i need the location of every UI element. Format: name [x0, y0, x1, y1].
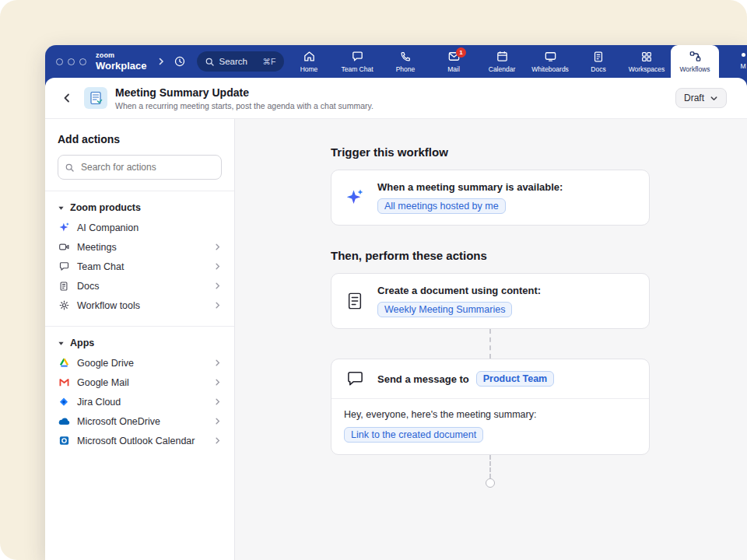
workflows-icon [689, 50, 702, 63]
document-icon [344, 292, 366, 310]
nav-tabs: Home Team Chat Phone 1 [285, 45, 747, 78]
divider [45, 326, 234, 327]
nav-tab-more[interactable]: M [719, 45, 747, 78]
speech-bubble-icon [344, 370, 366, 387]
main-content-panel: Meeting Summary Update When a recurring … [45, 78, 747, 560]
back-button[interactable] [61, 92, 73, 104]
top-navigation-bar: zoom Workplace Search ⌘F [45, 45, 747, 78]
sidebar-item-ai-companion[interactable]: AI Companion [58, 218, 222, 237]
actions-search[interactable] [58, 155, 222, 180]
chevron-right-icon [213, 359, 222, 367]
window-controls[interactable] [56, 58, 86, 65]
nav-tab-home[interactable]: Home [285, 45, 333, 78]
flow-end-node[interactable] [486, 478, 495, 488]
search-shortcut: ⌘F [263, 57, 276, 66]
trigger-card[interactable]: When a meeting summary is available: All… [331, 170, 650, 226]
jira-icon [58, 396, 70, 408]
chevron-right-icon [213, 243, 222, 251]
draft-status-label: Draft [684, 93, 704, 103]
workflow-thumbnail-icon [84, 87, 107, 109]
video-camera-icon [58, 241, 70, 254]
trigger-scope-tag[interactable]: All meetings hosted by me [377, 198, 506, 214]
workflow-subtitle: When a recurring meeting starts, post th… [115, 101, 374, 110]
actions-search-input[interactable] [79, 161, 215, 173]
sidebar-item-microsoft-outlook-calendar[interactable]: Microsoft Outlook Calendar [58, 431, 222, 450]
actions-sidebar: Add actions Zoom products [45, 119, 235, 560]
sidebar-item-docs[interactable]: Docs [58, 276, 222, 296]
status-dot [742, 53, 745, 57]
zoom-workplace-window: zoom Workplace Search ⌘F [45, 45, 747, 560]
divider [45, 191, 234, 191]
window-close-button[interactable] [56, 58, 63, 65]
mail-badge: 1 [456, 47, 466, 58]
chat-icon [58, 261, 70, 273]
create-document-action-card[interactable]: Create a document using content: Weekly … [331, 273, 650, 329]
nav-tab-workflows[interactable]: Workflows [671, 45, 719, 78]
chevron-down-icon [710, 94, 718, 103]
create-document-text: Create a document using content: [377, 285, 541, 296]
message-link-tag[interactable]: Link to the created document [344, 427, 483, 443]
search-icon [65, 163, 75, 173]
calendar-icon [496, 50, 509, 63]
sidebar-item-jira-cloud[interactable]: Jira Cloud [58, 392, 222, 411]
actions-heading: Then, perform these actions [331, 249, 650, 262]
window-minimize-button[interactable] [68, 58, 75, 65]
window-zoom-button[interactable] [79, 58, 86, 65]
sidebar-item-workflow-tools[interactable]: Workflow tools [58, 296, 222, 315]
search-icon [205, 57, 215, 67]
trigger-heading: Trigger this workflow [331, 145, 650, 159]
nav-tab-team-chat[interactable]: Team Chat [333, 45, 381, 78]
phone-icon [399, 50, 412, 63]
document-content-tag[interactable]: Weekly Meeting Summaries [377, 302, 512, 317]
sidebar-item-team-chat[interactable]: Team Chat [58, 257, 222, 276]
connector-dashed-line [489, 455, 491, 478]
workflow-canvas: Trigger this workflow When a meeting sum… [235, 119, 747, 560]
document-icon [58, 280, 70, 292]
message-body-text: Hey, everyone, here's the meeting summar… [344, 409, 637, 420]
chevron-right-icon [213, 417, 222, 425]
chevron-right-icon [213, 301, 222, 310]
nav-tab-workspaces[interactable]: Workspaces [622, 45, 671, 78]
chevron-right-icon [213, 282, 222, 290]
nav-tab-docs[interactable]: Docs [574, 45, 622, 78]
gear-icon [58, 299, 70, 312]
sidebar-item-google-mail[interactable]: Google Mail [58, 373, 222, 392]
triangle-down-icon [58, 205, 65, 212]
sidebar-item-google-drive[interactable]: Google Drive [58, 353, 222, 373]
section-zoom-products[interactable]: Zoom products [58, 202, 222, 213]
search-label: Search [219, 57, 258, 66]
section-apps[interactable]: Apps [58, 338, 222, 348]
chevron-right-icon [213, 262, 222, 271]
workspaces-icon [640, 50, 653, 63]
message-recipient-tag[interactable]: Product Team [476, 371, 554, 387]
history-icon[interactable] [174, 55, 186, 68]
sidebar-item-microsoft-onedrive[interactable]: Microsoft OneDrive [58, 411, 222, 431]
triangle-down-icon [58, 340, 65, 347]
connector-dashed-line [489, 329, 491, 359]
chevron-right-icon [213, 436, 222, 445]
ai-companion-sparkle-icon [58, 222, 70, 234]
nav-tab-phone[interactable]: Phone [381, 45, 430, 78]
sidebar-item-meetings[interactable]: Meetings [58, 237, 222, 257]
whiteboard-icon [544, 50, 557, 63]
nav-tab-calendar[interactable]: Calendar [478, 45, 526, 78]
send-message-text: Send a message to [377, 373, 469, 385]
global-search[interactable]: Search ⌘F [197, 51, 284, 72]
gmail-icon [58, 376, 70, 389]
docs-icon [592, 50, 605, 63]
ai-sparkle-icon [344, 187, 366, 208]
nav-tab-mail[interactable]: 1 Mail [430, 45, 478, 78]
nav-tab-whiteboards[interactable]: Whiteboards [526, 45, 574, 78]
desktop-background: zoom Workplace Search ⌘F [0, 0, 747, 560]
chevron-right-icon [213, 397, 222, 406]
chat-icon [351, 50, 364, 63]
outlook-calendar-icon [58, 435, 70, 447]
send-message-action-card[interactable]: Send a message to Product Team Hey, ever… [331, 359, 650, 455]
workflow-title: Meeting Summary Update [115, 86, 374, 99]
draft-status-dropdown[interactable]: Draft [675, 88, 727, 108]
workflow-header: Meeting Summary Update When a recurring … [45, 78, 747, 119]
onedrive-cloud-icon [58, 415, 70, 428]
google-drive-icon [58, 357, 70, 369]
chevron-right-icon[interactable] [156, 57, 166, 66]
sidebar-title: Add actions [58, 133, 222, 145]
